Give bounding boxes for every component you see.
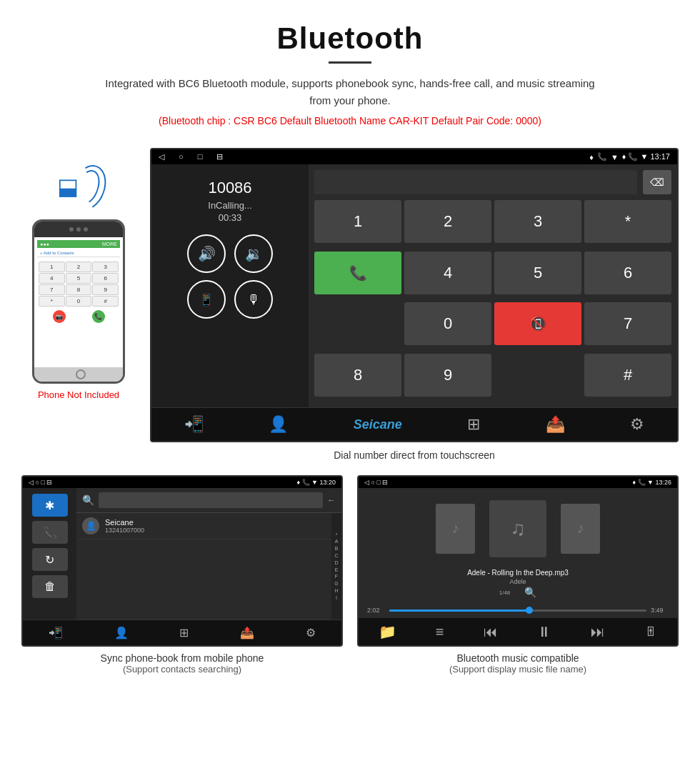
transfer-button[interactable]: 📱 <box>187 280 226 319</box>
pb-bottom-settings-icon[interactable]: ⚙ <box>306 626 316 640</box>
dialpad-grid: 1 2 3 * 📞 4 5 6 0 📵 7 8 9 # <box>314 200 671 402</box>
dial-key-9[interactable]: 9 <box>404 354 491 397</box>
pb-search-input[interactable] <box>99 492 323 508</box>
volume-down-button[interactable]: 🔉 <box>234 234 273 273</box>
phone-key-8[interactable]: 8 <box>66 284 92 295</box>
dial-key-7[interactable]: 7 <box>584 302 671 345</box>
pb-search-bar: 🔍 ← <box>76 488 341 513</box>
pb-right-panel: 🔍 ← 👤 Seicane 13241007000 <box>76 488 341 620</box>
music-screen: ◁ ○ □ ⊟ ♦ 📞 ▼ 13:26 ♪ ♫ ♪ <box>357 475 679 647</box>
nav-back-icon[interactable]: ◁ <box>159 152 164 161</box>
phone-call-btn[interactable]: 📞 <box>92 310 105 323</box>
phone-key-0[interactable]: 0 <box>66 296 92 307</box>
phone-key-6[interactable]: 6 <box>92 273 119 284</box>
phone-key-5[interactable]: 5 <box>66 273 92 284</box>
dial-key-1[interactable]: 1 <box>314 200 401 243</box>
contacts-icon[interactable]: 👤 <box>269 415 288 434</box>
phone-key-4[interactable]: 4 <box>39 273 65 284</box>
music-screen-body: ♪ ♫ ♪ Adele - Rolling In the Deep.mp3 Ad… <box>359 488 677 618</box>
phone-home-btn <box>34 367 125 382</box>
dial-key-hash[interactable]: # <box>584 354 671 397</box>
pb-bottom-transfer-icon[interactable]: 📤 <box>240 626 254 640</box>
music-progress-track[interactable] <box>389 610 646 612</box>
music-caption-sub: (Support display music file name) <box>357 664 679 675</box>
dialpad-icon[interactable]: ⊞ <box>467 415 480 434</box>
next-track-icon[interactable]: ⏭ <box>591 624 605 640</box>
playlist-icon[interactable]: ≡ <box>436 624 444 640</box>
call-end-button[interactable]: 📵 <box>494 302 581 345</box>
time-display: ♦ 📞 ▼ 13:17 <box>622 152 670 161</box>
phone-key-3[interactable]: 3 <box>92 262 119 272</box>
alpha-f[interactable]: F <box>335 573 338 580</box>
music-search-icon[interactable]: 🔍 <box>524 587 536 598</box>
folder-icon[interactable]: 📁 <box>379 623 396 640</box>
pb-bottom-contacts-icon[interactable]: 👤 <box>114 626 129 640</box>
phone-key-9[interactable]: 9 <box>92 284 119 295</box>
delete-nav-icon: 🗑 <box>44 580 56 593</box>
mute-button[interactable]: 🎙 <box>234 280 273 319</box>
pb-bluetooth-btn[interactable]: ✱ <box>32 494 68 517</box>
pb-delete-btn[interactable]: 🗑 <box>32 575 68 598</box>
phone-key-7[interactable]: 7 <box>39 284 65 295</box>
music-note-right-icon: ♪ <box>577 520 584 537</box>
alpha-h[interactable]: H <box>334 587 338 595</box>
pb-sync-btn[interactable]: ↻ <box>32 548 68 571</box>
settings-icon[interactable]: ⚙ <box>630 415 644 434</box>
nav-recent-icon[interactable]: □ <box>198 152 203 161</box>
nav-home-icon[interactable]: ○ <box>179 152 184 161</box>
alpha-d[interactable]: D <box>334 559 338 567</box>
pb-back-arrow-icon[interactable]: ← <box>327 495 336 505</box>
title-underline <box>329 61 371 64</box>
alpha-i[interactable]: I <box>336 595 337 602</box>
phone-key-hash[interactable]: # <box>92 296 119 307</box>
pb-bottom-call-icon[interactable]: 📲 <box>49 626 63 640</box>
call-timer: 00:33 <box>219 212 242 223</box>
alpha-c[interactable]: C <box>334 552 338 559</box>
bt-call-icon[interactable]: 📲 <box>184 415 204 434</box>
music-song-name: Adele - Rolling In the Deep.mp3 <box>366 569 670 577</box>
music-status-icons: ♦ 📞 ▼ 13:26 <box>632 479 671 486</box>
pb-contact-item[interactable]: 👤 Seicane 13241007000 <box>76 513 331 539</box>
phone-dot-3 <box>84 227 88 232</box>
transfer-nav-icon[interactable]: 📤 <box>546 415 565 434</box>
phonebook-screen: ◁ ○ □ ⊟ ♦ 📞 ▼ 13:20 ✱ 📞 ↻ 🗑 <box>21 475 343 647</box>
prev-track-icon[interactable]: ⏮ <box>484 624 498 640</box>
pb-call-btn[interactable]: 📞 <box>32 521 68 544</box>
dial-key-2[interactable]: 2 <box>404 200 491 243</box>
call-nav-icon: 📞 <box>43 526 57 539</box>
car-call-panel: 10086 InCalling... 00:33 🔊 🔉 📱 <box>151 164 309 407</box>
dial-key-6[interactable]: 6 <box>584 252 671 294</box>
music-note-left-icon: ♪ <box>452 520 459 537</box>
equalizer-icon[interactable]: 🎚 <box>644 625 657 640</box>
phone-key-2[interactable]: 2 <box>66 262 92 272</box>
alpha-b[interactable]: B <box>335 545 339 552</box>
pb-nav-icons: ◁ ○ □ ⊟ <box>29 479 52 486</box>
dial-key-5[interactable]: 5 <box>494 252 581 294</box>
call-status: InCalling... <box>208 200 251 211</box>
seicane-logo: Seicane <box>354 417 402 432</box>
dial-key-8[interactable]: 8 <box>314 354 401 397</box>
dial-key-3[interactable]: 3 <box>494 200 581 243</box>
phone-key-star[interactable]: * <box>39 296 65 307</box>
dial-key-0[interactable]: 0 <box>404 302 491 345</box>
music-note-main-icon: ♫ <box>511 517 526 540</box>
nav-menu-icon[interactable]: ⊟ <box>216 152 223 161</box>
pb-bottom-dialpad-icon[interactable]: ⊞ <box>179 626 189 640</box>
phone-key-1[interactable]: 1 <box>39 262 65 272</box>
play-pause-icon[interactable]: ⏸ <box>537 624 551 640</box>
sync-nav-icon: ↻ <box>45 553 54 567</box>
album-cover-main: ♫ <box>489 500 546 557</box>
car-screen: ◁ ○ □ ⊟ ♦ 📞 ▼ ♦ 📞 ▼ 13:17 10086 InCallin… <box>150 148 679 442</box>
phone-side: ⬓ ●●●MORE + Add to Contacts 1 2 3 <box>21 148 136 400</box>
alpha-a[interactable]: A <box>335 538 339 545</box>
dial-key-4[interactable]: 4 <box>404 252 491 294</box>
phone-video-btn[interactable]: 📷 <box>53 310 66 323</box>
dialpad-input[interactable] <box>314 170 637 194</box>
music-control-bar: 📁 ≡ ⏮ ⏸ ⏭ 🎚 <box>359 618 677 645</box>
alpha-e[interactable]: E <box>335 567 339 574</box>
alpha-g[interactable]: G <box>334 580 338 587</box>
dial-key-star[interactable]: * <box>584 200 671 243</box>
dialpad-backspace-button[interactable]: ⌫ <box>643 170 671 194</box>
volume-up-button[interactable]: 🔊 <box>187 234 226 273</box>
call-accept-button[interactable]: 📞 <box>314 252 401 294</box>
